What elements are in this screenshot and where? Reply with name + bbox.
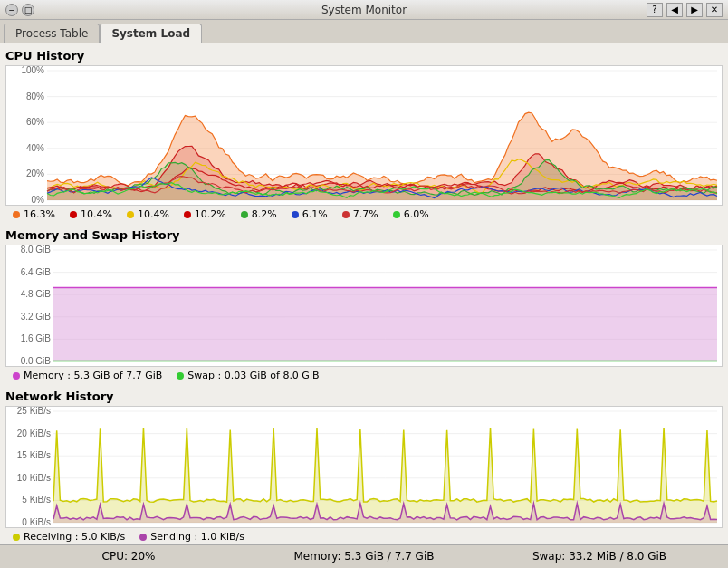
tab-bar: Process Table System Load [0, 20, 728, 43]
net-label-0: Receiving : 5.0 KiB/s [24, 531, 125, 543]
cpu-label-4: 8.2% [252, 208, 277, 220]
mem-legend-1: Swap : 0.03 GiB of 8.0 GiB [177, 370, 319, 381]
cpu-dot-4 [241, 211, 248, 218]
net-label-1: Sending : 1.0 KiB/s [150, 531, 244, 543]
cpu-legend-1: 10.4% [70, 208, 112, 220]
net-legend-1: Sending : 1.0 KiB/s [139, 531, 244, 543]
cpu-dot-3 [184, 211, 191, 218]
prev-button[interactable]: ◀ [666, 3, 683, 17]
cpu-legend-2: 10.4% [127, 208, 169, 220]
cpu-chart-container [5, 65, 723, 206]
cpu-legend-4: 8.2% [241, 208, 277, 220]
mem-dot-0 [13, 372, 20, 380]
cpu-label-3: 10.2% [195, 208, 226, 220]
cpu-legend-3: 10.2% [184, 208, 226, 220]
cpu-label-2: 10.4% [138, 208, 169, 220]
main-content: CPU History 16.3% 10.4% 10.4% 10.2% [0, 43, 728, 544]
cpu-label-6: 7.7% [353, 208, 378, 220]
tab-process-table[interactable]: Process Table [4, 24, 100, 43]
next-button[interactable]: ▶ [686, 3, 703, 17]
status-swap: Swap: 33.2 MiB / 8.0 GiB [482, 550, 717, 563]
window-right-controls[interactable]: ? ◀ ▶ ✕ [647, 3, 723, 17]
cpu-dot-7 [393, 211, 400, 218]
mem-dot-1 [177, 372, 184, 380]
cpu-label-7: 6.0% [404, 208, 429, 220]
status-cpu: CPU: 20% [11, 550, 246, 563]
net-canvas [6, 407, 722, 527]
cpu-dot-2 [127, 211, 134, 218]
mem-chart-container [5, 245, 723, 367]
cpu-legend-6: 7.7% [342, 208, 378, 220]
cpu-legend-5: 6.1% [292, 208, 328, 220]
net-dot-0 [13, 534, 20, 541]
help-button[interactable]: ? [647, 3, 663, 17]
mem-section-title: Memory and Swap History [5, 228, 723, 242]
mem-legend-0: Memory : 5.3 GiB of 7.7 GiB [13, 370, 162, 381]
mem-canvas [6, 245, 722, 366]
cpu-label-1: 10.4% [81, 208, 112, 220]
cpu-dot-1 [70, 211, 77, 218]
cpu-label-0: 16.3% [24, 208, 55, 220]
cpu-legend: 16.3% 10.4% 10.4% 10.2% 8.2% 6.1% [5, 206, 723, 223]
mem-legend: Memory : 5.3 GiB of 7.7 GiB Swap : 0.03 … [5, 367, 723, 384]
net-chart-container [5, 406, 723, 528]
net-section-title: Network History [5, 390, 723, 403]
minimize-button[interactable]: − [5, 4, 18, 16]
net-legend-0: Receiving : 5.0 KiB/s [13, 531, 125, 543]
mem-label-0: Memory : 5.3 GiB of 7.7 GiB [24, 370, 162, 381]
net-dot-1 [139, 534, 147, 541]
cpu-label-5: 6.1% [302, 208, 328, 220]
net-section: Network History Receiving : 5.0 KiB/s Se… [5, 390, 723, 544]
cpu-section: CPU History 16.3% 10.4% 10.4% 10.2% [5, 49, 723, 223]
mem-label-1: Swap : 0.03 GiB of 8.0 GiB [187, 370, 319, 381]
cpu-dot-6 [342, 211, 350, 218]
cpu-dot-0 [13, 211, 20, 218]
status-bar: CPU: 20% Memory: 5.3 GiB / 7.7 GiB Swap:… [0, 544, 728, 566]
cpu-dot-5 [292, 211, 299, 218]
maximize-button[interactable]: □ [22, 4, 34, 16]
status-memory: Memory: 5.3 GiB / 7.7 GiB [246, 550, 482, 563]
tab-system-load[interactable]: System Load [100, 24, 202, 43]
cpu-canvas [6, 66, 722, 205]
window-controls[interactable]: − □ [5, 4, 34, 16]
net-legend: Receiving : 5.0 KiB/s Sending : 1.0 KiB/… [5, 528, 723, 544]
cpu-legend-0: 16.3% [13, 208, 55, 220]
window-title: System Monitor [321, 4, 407, 16]
close-button[interactable]: ✕ [706, 3, 723, 17]
cpu-legend-7: 6.0% [393, 208, 429, 220]
mem-section: Memory and Swap History Memory : 5.3 GiB… [5, 228, 723, 384]
cpu-section-title: CPU History [5, 49, 723, 63]
title-bar: − □ System Monitor ? ◀ ▶ ✕ [0, 0, 728, 20]
